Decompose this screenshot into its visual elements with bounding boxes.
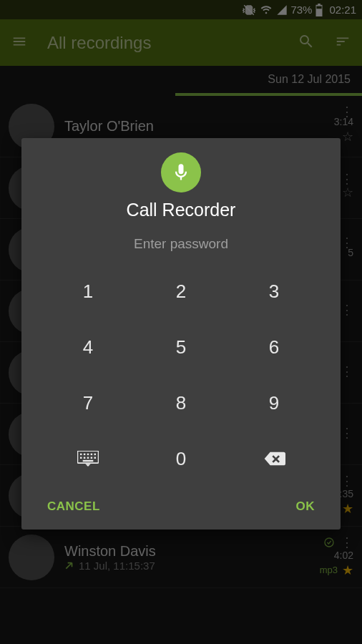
key-0[interactable]: 0 bbox=[134, 431, 228, 487]
mic-icon bbox=[161, 152, 201, 192]
ok-button[interactable]: OK bbox=[296, 499, 315, 514]
key-2[interactable]: 2 bbox=[134, 263, 228, 319]
svg-rect-9 bbox=[80, 457, 82, 459]
svg-rect-4 bbox=[80, 454, 82, 455]
password-dialog: Call Recorder Enter password 1234567890 … bbox=[21, 138, 341, 530]
backspace-icon[interactable] bbox=[228, 431, 321, 487]
cancel-button[interactable]: CANCEL bbox=[47, 499, 100, 514]
svg-rect-10 bbox=[84, 457, 85, 459]
svg-rect-6 bbox=[87, 454, 89, 455]
key-1[interactable]: 1 bbox=[41, 263, 134, 319]
svg-rect-8 bbox=[94, 454, 96, 455]
key-8[interactable]: 8 bbox=[134, 375, 228, 431]
key-3[interactable]: 3 bbox=[228, 263, 321, 319]
svg-rect-14 bbox=[83, 460, 94, 462]
svg-rect-13 bbox=[94, 457, 96, 459]
svg-rect-12 bbox=[91, 457, 92, 459]
dialog-title: Call Recorder bbox=[127, 200, 236, 220]
key-7[interactable]: 7 bbox=[41, 375, 134, 431]
svg-rect-7 bbox=[91, 454, 92, 455]
key-5[interactable]: 5 bbox=[134, 319, 228, 375]
keypad: 1234567890 bbox=[21, 263, 341, 487]
svg-rect-5 bbox=[84, 454, 85, 455]
svg-rect-11 bbox=[87, 457, 89, 459]
keyboard-icon[interactable] bbox=[41, 431, 134, 487]
key-9[interactable]: 9 bbox=[228, 375, 321, 431]
key-6[interactable]: 6 bbox=[228, 319, 321, 375]
dialog-subtitle: Enter password bbox=[134, 236, 228, 252]
key-4[interactable]: 4 bbox=[41, 319, 134, 375]
